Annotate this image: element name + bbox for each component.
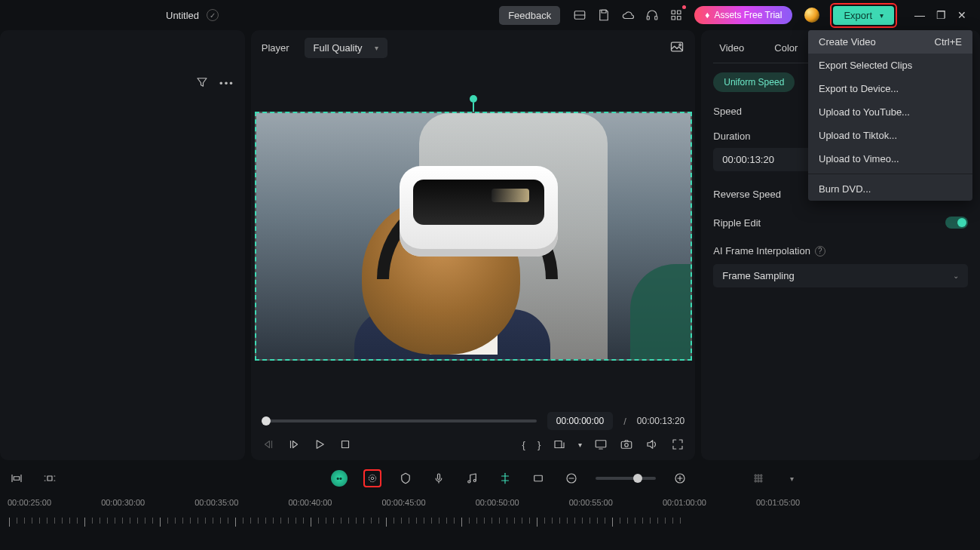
close-button[interactable]: ✕ (951, 5, 972, 26)
info-icon[interactable]: ? (815, 246, 825, 257)
track-view-chevron-icon[interactable]: ▾ (782, 469, 801, 487)
save-icon[interactable] (596, 7, 612, 23)
timeline-label: 00:00:40:00 (288, 498, 332, 507)
feedback-button[interactable]: Feedback (499, 6, 560, 25)
camera-icon[interactable] (620, 438, 633, 451)
svg-point-48 (758, 481, 759, 482)
svg-point-21 (625, 444, 629, 447)
assets-label: Assets Free Trial (714, 10, 782, 20)
svg-rect-17 (555, 441, 562, 448)
crop-icon[interactable] (529, 469, 547, 487)
seek-slider[interactable] (262, 419, 537, 422)
filter-icon[interactable] (195, 75, 209, 91)
menu-label: Export to Device... (819, 83, 899, 94)
zoom-out-icon[interactable] (562, 469, 580, 487)
export-create-video[interactable]: Create Video Ctrl+E (808, 30, 972, 54)
assets-free-trial-button[interactable]: ♦ Assets Free Trial (694, 6, 792, 24)
orb-icon[interactable] (804, 8, 819, 23)
cloud-icon[interactable] (620, 7, 636, 23)
quality-value: Full Quality (314, 42, 363, 54)
layout-icon[interactable] (571, 7, 588, 23)
quality-select[interactable]: Full Quality ▾ (305, 38, 387, 58)
tab-video[interactable]: Video (719, 42, 744, 54)
audio-mixer-icon[interactable] (463, 469, 481, 487)
clip-frame[interactable] (255, 112, 692, 361)
magnetic-icon[interactable] (496, 469, 514, 487)
play-button[interactable] (313, 438, 326, 451)
snapshot-icon[interactable] (669, 39, 684, 57)
aspect-chevron-icon[interactable]: ▾ (578, 441, 582, 449)
marker-icon[interactable] (397, 469, 415, 487)
svg-rect-26 (47, 476, 52, 481)
preview-panel: Player Full Quality ▾ (251, 30, 696, 460)
rotate-handle[interactable] (470, 95, 477, 103)
preview-viewport[interactable] (251, 66, 696, 406)
timeline-label: 00:00:50:00 (476, 498, 519, 507)
more-icon[interactable]: ••• (219, 78, 234, 89)
ripple-edit-toggle[interactable] (945, 217, 968, 229)
ai-frame-row: AI Frame Interpolation ? (713, 245, 968, 257)
menu-label: Export Selected Clips (819, 60, 912, 71)
svg-point-41 (755, 475, 756, 476)
minimize-button[interactable]: — (909, 5, 930, 26)
gem-icon: ♦ (705, 10, 709, 20)
timeline-label: 00:01:05:00 (756, 498, 800, 507)
upload-to-tiktok[interactable]: Upload to Tiktok... (808, 124, 972, 147)
timeline-ruler[interactable]: 00:00:25:0000:00:30:0000:00:35:0000:00:4… (0, 498, 980, 550)
svg-point-47 (755, 481, 756, 482)
svg-point-42 (758, 475, 759, 476)
uniform-speed-chip[interactable]: Uniform Speed (713, 72, 795, 92)
svg-marker-15 (317, 441, 323, 449)
export-selected-clips[interactable]: Export Selected Clips (808, 54, 972, 77)
upload-to-vimeo[interactable]: Upload to Vimeo... (808, 147, 972, 171)
svg-point-49 (761, 481, 762, 482)
volume-icon[interactable] (645, 438, 659, 451)
zoom-in-icon[interactable] (671, 469, 689, 487)
timeline-label: 00:00:25:00 (8, 498, 51, 507)
track-view-icon[interactable] (749, 469, 767, 487)
svg-point-43 (761, 475, 762, 476)
svg-marker-13 (292, 441, 297, 448)
aspect-icon[interactable] (553, 438, 566, 451)
export-to-device[interactable]: Export to Device... (808, 77, 972, 100)
display-icon[interactable] (594, 438, 608, 451)
upload-to-youtube[interactable]: Upload to YouTube... (808, 100, 972, 124)
mark-out-button[interactable]: } (537, 439, 541, 450)
tab-color[interactable]: Color (774, 42, 798, 54)
svg-point-27 (371, 477, 374, 480)
voiceover-icon[interactable] (430, 469, 448, 487)
svg-rect-7 (672, 17, 675, 20)
svg-rect-25 (14, 477, 20, 481)
frame-sampling-value: Frame Sampling (722, 270, 794, 281)
fit-icon[interactable] (41, 469, 59, 487)
burn-dvd[interactable]: Burn DVD... (808, 177, 972, 201)
maximize-button[interactable]: ❐ (930, 5, 951, 26)
ai-button[interactable]: •• (330, 469, 348, 487)
headphones-icon[interactable] (644, 7, 660, 23)
zoom-slider[interactable] (596, 477, 656, 480)
export-highlight: Export ▾ (830, 3, 897, 28)
stop-button[interactable] (338, 438, 352, 451)
fullscreen-icon[interactable] (671, 438, 684, 451)
svg-point-44 (755, 478, 756, 479)
current-time: 00:00:00:00 (547, 412, 613, 430)
trim-icon[interactable] (8, 469, 26, 487)
render-preview-button[interactable] (363, 469, 381, 487)
ai-frame-label: AI Frame Interpolation (713, 245, 810, 257)
chevron-down-icon: ▾ (375, 44, 378, 52)
timeline-label: 00:01:00:00 (663, 498, 706, 507)
svg-rect-9 (672, 42, 683, 51)
player-label: Player (262, 42, 289, 54)
frame-sampling-select[interactable]: Frame Sampling ⌄ (713, 264, 968, 287)
next-frame-button[interactable] (287, 438, 301, 451)
svg-rect-18 (596, 441, 607, 447)
timeline-label: 00:00:55:00 (569, 498, 613, 507)
mark-in-button[interactable]: { (522, 439, 525, 450)
media-panel: ••• (0, 30, 245, 460)
svg-point-46 (761, 478, 762, 479)
apps-icon[interactable] (668, 7, 684, 23)
window-controls: — ❐ ✕ (909, 5, 972, 26)
export-button[interactable]: Export ▾ (833, 6, 894, 25)
ripple-edit-row: Ripple Edit (713, 217, 968, 229)
timeline-label: 00:00:35:00 (194, 498, 238, 507)
